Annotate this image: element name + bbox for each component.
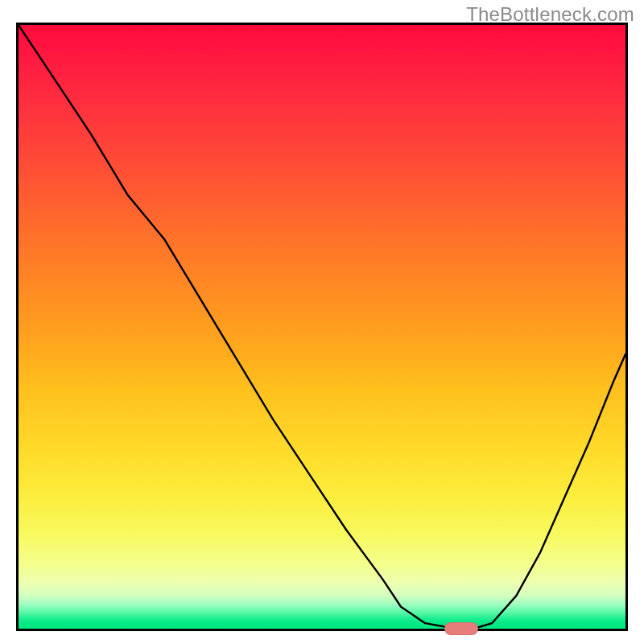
- optimum-marker: [444, 622, 478, 635]
- plot-area: [16, 23, 628, 631]
- gradient-background: [19, 25, 625, 629]
- marker-pill-icon: [444, 622, 478, 635]
- watermark-text: TheBottleneck.com: [466, 3, 634, 26]
- chart-frame: TheBottleneck.com: [0, 0, 644, 644]
